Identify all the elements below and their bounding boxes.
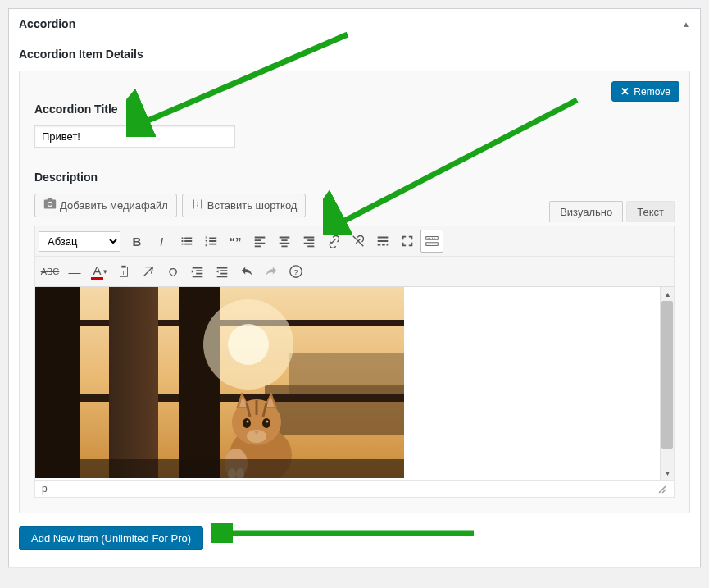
svg-rect-14 — [179, 287, 220, 478]
scroll-up-icon[interactable]: ▴ — [661, 287, 674, 301]
section-title: Accordion Item Details — [19, 48, 690, 61]
numbered-list-button[interactable] — [199, 230, 222, 253]
blockquote-button[interactable]: “” — [224, 230, 247, 253]
accordion-panel: Accordion ▲ Accordion Item Details ✕ Rem… — [8, 8, 701, 567]
shortcode-icon — [191, 198, 204, 213]
svg-point-20 — [262, 418, 270, 428]
unlink-button[interactable] — [347, 230, 370, 253]
title-field-label: Accordion Title — [34, 103, 675, 116]
editor-status-bar: p — [35, 480, 674, 497]
svg-rect-9 — [265, 385, 404, 435]
align-center-button[interactable] — [273, 230, 296, 253]
svg-point-22 — [266, 421, 269, 423]
italic-button[interactable]: I — [150, 230, 173, 253]
editor: Абзац B I “” — [34, 226, 675, 498]
resize-grip-icon[interactable] — [656, 483, 667, 495]
close-icon: ✕ — [620, 85, 629, 98]
svg-text:?: ? — [293, 267, 298, 276]
editor-content-area[interactable]: ▴ ▾ — [35, 287, 674, 480]
editor-scrollbar[interactable]: ▴ ▾ — [660, 287, 674, 480]
readmore-button[interactable] — [371, 230, 394, 253]
align-left-button[interactable] — [248, 230, 271, 253]
svg-rect-3 — [121, 266, 125, 268]
svg-rect-12 — [35, 287, 80, 478]
camera-icon — [43, 198, 57, 213]
svg-point-16 — [228, 324, 269, 365]
add-media-button[interactable]: Добавить медиафайл — [34, 194, 177, 217]
panel-header: Accordion ▲ — [9, 9, 700, 39]
kitchen-sink-button[interactable] — [420, 230, 443, 253]
help-button[interactable]: ? — [284, 260, 307, 283]
fullscreen-button[interactable] — [396, 230, 419, 253]
remove-button[interactable]: ✕ Remove — [611, 81, 679, 102]
collapse-toggle-icon[interactable]: ▲ — [682, 20, 690, 29]
format-select[interactable]: Абзац — [39, 231, 120, 252]
accordion-item: ✕ Remove Accordion Title Description Доб… — [19, 71, 690, 513]
toolbar-row-2: ABC — A▾ T Ω ? — [35, 256, 674, 286]
remove-label: Remove — [634, 86, 670, 98]
textcolor-button[interactable]: A▾ — [88, 260, 111, 283]
accordion-title-input[interactable] — [34, 125, 235, 148]
scrollbar-thumb[interactable] — [661, 301, 673, 449]
redo-button[interactable] — [260, 260, 283, 283]
description-field-label: Description — [34, 171, 675, 184]
arrow-annotation-3 — [211, 523, 482, 543]
clear-formatting-button[interactable] — [137, 260, 160, 283]
undo-button[interactable] — [235, 260, 258, 283]
outdent-button[interactable] — [186, 260, 209, 283]
insert-shortcode-label: Вставить шорткод — [207, 199, 298, 212]
indent-button[interactable] — [211, 260, 234, 283]
arrow-annotation-1 — [126, 30, 356, 137]
add-media-label: Добавить медиафайл — [60, 199, 168, 212]
insert-shortcode-button[interactable]: Вставить шорткод — [182, 194, 307, 217]
content-image — [35, 287, 404, 478]
scroll-down-icon[interactable]: ▾ — [661, 466, 674, 480]
svg-rect-27 — [35, 459, 404, 478]
hr-button[interactable]: — — [63, 260, 86, 283]
editor-toolbar: Абзац B I “” — [35, 226, 674, 287]
link-button[interactable] — [322, 230, 345, 253]
svg-point-23 — [247, 430, 266, 443]
svg-point-19 — [243, 418, 251, 428]
add-new-item-button[interactable]: Add New Item (Unlimited For Pro) — [19, 526, 203, 550]
panel-body: Accordion Item Details ✕ Remove Accordio… — [9, 39, 700, 567]
paste-text-button[interactable]: T — [112, 260, 135, 283]
align-right-button[interactable] — [298, 230, 320, 253]
svg-rect-13 — [109, 287, 158, 478]
svg-text:T: T — [121, 269, 125, 276]
bullet-list-button[interactable] — [175, 230, 198, 253]
toolbar-row-1: Абзац B I “” — [35, 226, 674, 256]
strikethrough-button[interactable]: ABC — [39, 260, 61, 283]
svg-point-21 — [247, 421, 249, 423]
status-path: p — [42, 483, 48, 495]
tab-visual[interactable]: Визуально — [549, 201, 623, 222]
tab-text[interactable]: Текст — [626, 201, 675, 222]
panel-title: Accordion — [19, 17, 75, 30]
special-character-button[interactable]: Ω — [161, 260, 184, 283]
bold-button[interactable]: B — [125, 230, 148, 253]
